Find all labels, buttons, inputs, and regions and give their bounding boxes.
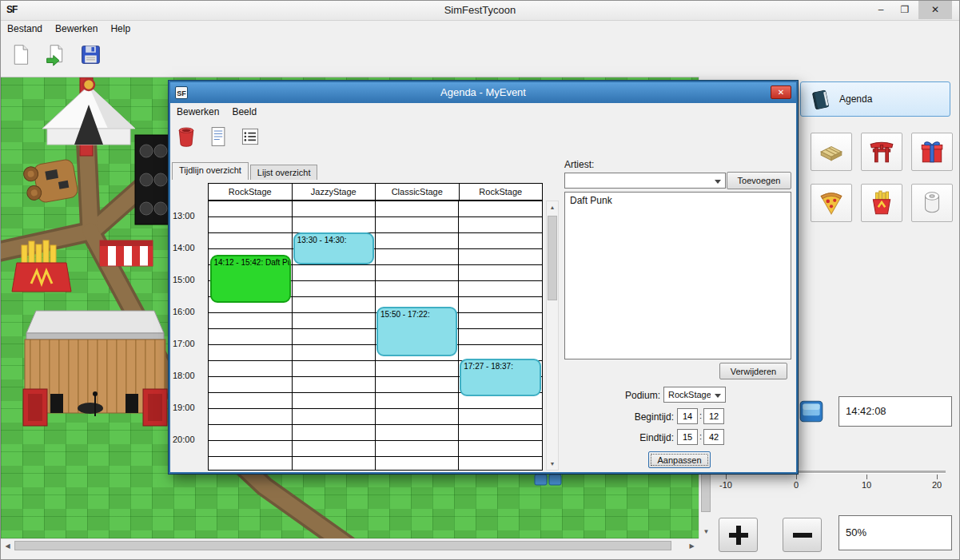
slider-tick: [726, 475, 727, 479]
main-stage[interactable]: [23, 311, 167, 426]
artist-list-item[interactable]: Daft Punk: [565, 193, 791, 209]
fries-icon: [868, 189, 895, 216]
agenda-book-icon: [809, 88, 832, 113]
time-separator: :: [698, 411, 703, 420]
shop-item-grid: [811, 133, 954, 222]
list-view-button[interactable]: [237, 124, 263, 149]
slider-tick: [937, 475, 938, 479]
timeline-scrollbar[interactable]: ▲ ▼: [546, 201, 559, 471]
zoom-in-button[interactable]: [719, 518, 758, 552]
menubar: BestandBewerkenHelp: [1, 20, 959, 38]
time-label: 14:00: [173, 243, 195, 252]
save-button[interactable]: [76, 39, 105, 70]
main-toolbar: [6, 39, 105, 74]
delete-button[interactable]: [173, 124, 199, 149]
timeline-header: RockStageJazzyStageClassicStageRockStage: [208, 183, 543, 201]
minimize-button[interactable]: –: [869, 1, 893, 19]
window-titlebar: SF SimFestTycoon – ❐ ✕: [1, 1, 959, 21]
slider-tick-label: 0: [783, 480, 810, 490]
scroll-down-icon[interactable]: ▼: [547, 458, 558, 470]
agenda-event[interactable]: 17:27 - 18:37:: [460, 359, 540, 396]
agenda-event[interactable]: 14:12 - 15:42: Daft Punk: [210, 255, 291, 303]
chevron-down-icon: [715, 180, 721, 184]
entrance-tent[interactable]: [42, 77, 135, 156]
stage-column-header: RockStage: [209, 184, 292, 200]
menu-item-bewerken[interactable]: Bewerken: [49, 20, 104, 38]
timeline-grid[interactable]: 14:12 - 15:42: Daft Punk13:30 - 14:30:15…: [208, 201, 543, 471]
agenda-dialog: SF Agenda - MyEvent ✕ BewerkenBeeld Tijd…: [169, 81, 798, 474]
tab-tijdlijn-overzicht[interactable]: Tijdlijn overzicht: [172, 162, 249, 180]
end-hour-input[interactable]: [677, 429, 698, 445]
pallet-icon: [818, 138, 845, 165]
report-button[interactable]: [205, 124, 231, 149]
list-view-icon: [239, 125, 261, 148]
zoom-out-button[interactable]: [783, 518, 822, 552]
shop-item-toilet-roll[interactable]: [911, 184, 953, 222]
timeline-scroll-thumb[interactable]: [548, 216, 557, 300]
striped-stand[interactable]: [100, 240, 153, 266]
add-artist-button[interactable]: Toevoegen: [727, 172, 791, 189]
end-time-label: Eindtijd:: [586, 432, 674, 443]
clock-display: 14:42:08: [839, 396, 952, 427]
dialog-titlebar[interactable]: SF Agenda - MyEvent ✕: [170, 82, 796, 103]
time-label: 13:00: [173, 211, 195, 220]
agenda-button[interactable]: Agenda: [800, 81, 950, 117]
hscroll-thumb[interactable]: [14, 541, 671, 550]
torii-gate-icon: [868, 138, 895, 165]
dialog-menu-item-beeld[interactable]: Beeld: [225, 103, 263, 121]
podium-select[interactable]: RockStage: [663, 387, 726, 403]
tab-bar: Tijdlijn overzichtLijst overzicht: [172, 163, 319, 180]
begin-time-label: Begintijd:: [586, 411, 674, 423]
agenda-event[interactable]: 15:50 - 17:22:: [376, 307, 457, 355]
maximize-button[interactable]: ❐: [893, 1, 917, 19]
dialog-close-button[interactable]: ✕: [771, 85, 791, 99]
picnic-table[interactable]: [22, 159, 78, 205]
zoom-display: 50%: [839, 515, 952, 550]
time-label: 17:00: [173, 339, 195, 348]
slider-tick-label: 20: [923, 480, 950, 490]
agenda-button-label: Agenda: [839, 93, 872, 105]
scrollbar-corner: [699, 538, 712, 552]
time-label: 16:00: [173, 307, 195, 316]
scroll-right-icon[interactable]: ▶: [685, 539, 699, 553]
shop-item-torii-gate[interactable]: [861, 133, 902, 171]
shop-item-fries[interactable]: [861, 184, 902, 222]
remove-artist-button[interactable]: Verwijderen: [719, 363, 787, 379]
map-mini-icons[interactable]: [535, 475, 561, 485]
dialog-title: Agenda - MyEvent: [170, 86, 796, 98]
speaker-stack[interactable]: [135, 135, 170, 224]
scroll-up-icon[interactable]: ▲: [547, 201, 558, 213]
new-file-button[interactable]: [6, 39, 34, 70]
begin-minute-input[interactable]: [703, 408, 724, 424]
chevron-down-icon: [715, 394, 721, 398]
pizza-icon: [818, 189, 845, 216]
open-file-button[interactable]: [41, 39, 70, 70]
slider-tick: [866, 475, 867, 479]
shop-item-gift[interactable]: [911, 133, 953, 171]
close-button[interactable]: ✕: [918, 1, 952, 19]
begin-hour-input[interactable]: [677, 408, 698, 424]
slider-tick: [796, 475, 797, 479]
time-label: 19:00: [173, 403, 195, 412]
agenda-event[interactable]: 13:30 - 14:30:: [293, 232, 374, 264]
scroll-down-icon[interactable]: ▼: [699, 525, 713, 538]
stage-column-header: RockStage: [459, 184, 543, 200]
time-separator: :: [698, 431, 703, 441]
menu-item-help[interactable]: Help: [104, 20, 137, 38]
scroll-left-icon[interactable]: ◀: [1, 539, 14, 553]
end-minute-input[interactable]: [703, 429, 724, 445]
artist-select[interactable]: [564, 173, 726, 189]
map-horizontal-scrollbar[interactable]: ◀ ▶: [1, 538, 699, 552]
dialog-toolbar: [173, 124, 263, 151]
shop-item-pizza[interactable]: [811, 184, 852, 222]
menu-item-bestand[interactable]: Bestand: [1, 20, 49, 38]
plus-icon: [736, 526, 741, 545]
toilet-roll-icon: [918, 189, 946, 216]
shop-item-pallet[interactable]: [811, 133, 852, 171]
podium-select-value: RockStage: [668, 390, 711, 399]
dialog-menu-item-bewerken[interactable]: Bewerken: [170, 103, 225, 121]
stage-column-header: JazzyStage: [292, 184, 376, 200]
apply-button[interactable]: Aanpassen: [648, 451, 711, 468]
artist-listbox[interactable]: Daft Punk: [564, 192, 791, 359]
tab-lijst-overzicht[interactable]: Lijst overzicht: [250, 165, 318, 180]
